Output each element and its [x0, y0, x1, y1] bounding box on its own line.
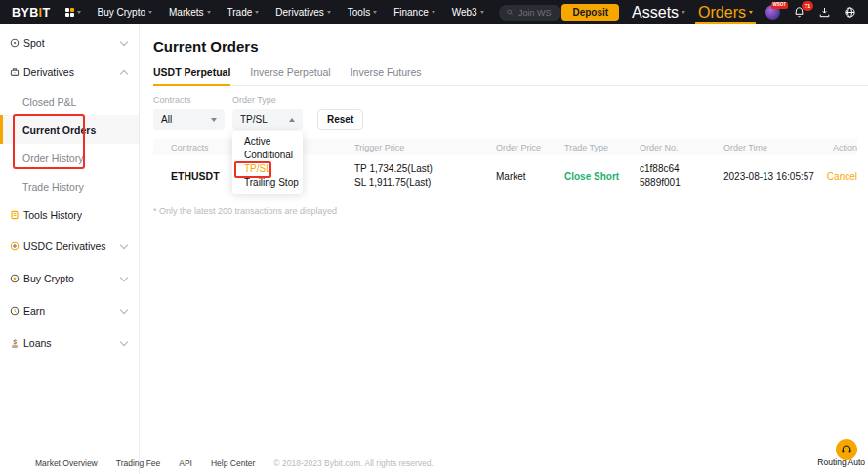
contracts-filter: Contracts All: [153, 95, 225, 130]
nav-item-derivatives[interactable]: Derivatives: [275, 7, 330, 18]
sidebar-item-trade-history[interactable]: Trade History: [0, 172, 139, 200]
search-icon: [507, 8, 513, 17]
bybit-app: BYBIT Buy Crypto Markets Trade Derivativ…: [0, 0, 868, 474]
contracts-select[interactable]: All: [153, 109, 225, 130]
footer-link-api[interactable]: API: [179, 458, 192, 468]
bybit-logo[interactable]: BYBIT: [12, 6, 51, 20]
chevron-down-icon: [120, 240, 128, 248]
chevron-down-icon: [373, 11, 377, 14]
apps-grid-icon[interactable]: [65, 8, 81, 17]
top-navbar: BYBIT Buy Crypto Markets Trade Derivativ…: [0, 0, 868, 24]
sidebar: Spot Derivatives Closed P&L Current Orde…: [0, 24, 140, 474]
download-icon[interactable]: [818, 6, 831, 19]
sidebar-label: USDC Derivatives: [23, 240, 106, 252]
dropdown-option-tpsl[interactable]: TP/SL: [232, 162, 303, 176]
buy-crypto-icon: [10, 274, 20, 283]
dropdown-option-conditional[interactable]: Conditional: [232, 149, 303, 162]
main-content: Current Orders USDT Perpetual Inverse Pe…: [140, 24, 868, 474]
nav-item-orders[interactable]: Orders: [698, 0, 753, 24]
col-header-trade-type: Trade Type: [564, 143, 640, 152]
nav-item-web3[interactable]: Web3: [452, 7, 484, 18]
navbar-right: Deposit Assets Orders WSOT 71: [561, 0, 856, 24]
sidebar-item-buy-crypto[interactable]: Buy Crypto: [0, 262, 139, 294]
col-header-order-price: Order Price: [496, 143, 564, 152]
nav-item-trade[interactable]: Trade: [227, 7, 260, 18]
chevron-down-icon: [327, 11, 331, 14]
search-box[interactable]: [499, 5, 562, 21]
sidebar-label: Spot: [23, 37, 45, 49]
footer-link-market-overview[interactable]: Market Overview: [35, 458, 98, 468]
nav-label: Buy Crypto: [98, 7, 145, 18]
sidebar-item-earn[interactable]: Earn: [0, 294, 139, 326]
wsot-badge: WSOT: [771, 2, 789, 9]
sidebar-item-derivatives[interactable]: Derivatives: [0, 58, 139, 87]
dropdown-option-trailing-stop[interactable]: Trailing Stop: [232, 176, 303, 190]
nav-item-finance[interactable]: Finance: [393, 7, 435, 18]
earn-icon: [10, 306, 20, 316]
dropdown-option-active[interactable]: Active: [232, 135, 303, 149]
sidebar-label: Current Orders: [22, 124, 96, 136]
sidebar-label: Derivatives: [23, 66, 74, 78]
chevron-down-icon: [682, 11, 685, 14]
chevron-down-icon: [120, 305, 128, 313]
notifications-bell-icon[interactable]: 71: [793, 6, 806, 19]
headset-icon: [841, 444, 852, 455]
table-footnote: * Only the latest 200 transactions are d…: [153, 206, 868, 216]
nav-item-buy-crypto[interactable]: Buy Crypto: [98, 7, 152, 18]
chevron-down-icon: [432, 11, 435, 14]
deposit-button[interactable]: Deposit: [561, 4, 619, 21]
logo-text-end: T: [42, 6, 50, 20]
col-header-order-no: Order No.: [640, 143, 723, 152]
sidebar-label: Closed P&L: [22, 96, 76, 108]
sidebar-item-current-orders[interactable]: Current Orders: [0, 115, 139, 144]
cell-trade-type: Close Short: [564, 171, 640, 182]
sidebar-label: Loans: [23, 337, 52, 349]
order-type-filter: Order Type TP/SL Active Conditional TP/S…: [232, 95, 303, 130]
sidebar-label: Order History: [22, 152, 83, 164]
sidebar-item-loans[interactable]: Loans: [0, 326, 139, 359]
chevron-down-icon: [255, 11, 259, 14]
chevron-down-icon: [120, 38, 128, 46]
sidebar-item-spot[interactable]: Spot: [0, 28, 139, 58]
sidebar-label: Tools History: [23, 209, 82, 221]
filter-bar: Contracts All Order Type TP/SL Active Co…: [153, 95, 868, 130]
sidebar-label: Trade History: [22, 181, 84, 193]
nav-label: Finance: [393, 7, 429, 18]
chevron-down-icon: [211, 118, 217, 122]
col-header-action: Action: [825, 143, 857, 152]
chevron-down-icon: [207, 11, 211, 14]
tools-history-icon: [10, 210, 20, 220]
tab-inverse-perpetual[interactable]: Inverse Perpetual: [250, 66, 330, 85]
chevron-up-icon: [289, 118, 295, 122]
notification-count-badge: 71: [802, 1, 813, 11]
chevron-down-icon: [120, 273, 128, 280]
cancel-order-button[interactable]: Cancel: [825, 171, 857, 182]
sidebar-item-closed-pnl[interactable]: Closed P&L: [0, 87, 139, 115]
avatar[interactable]: WSOT: [765, 5, 780, 20]
tab-usdt-perpetual[interactable]: USDT Perpetual: [153, 66, 230, 85]
tab-bar: USDT Perpetual Inverse Perpetual Inverse…: [153, 66, 868, 86]
sidebar-item-usdc-derivatives[interactable]: USDC Derivatives: [0, 230, 139, 262]
sidebar-item-order-history[interactable]: Order History: [0, 144, 139, 172]
nav-item-tools[interactable]: Tools: [348, 7, 377, 18]
search-input[interactable]: [517, 7, 554, 19]
order-type-select[interactable]: TP/SL: [232, 109, 303, 130]
nav-label: Trade: [227, 7, 253, 18]
tab-inverse-futures[interactable]: Inverse Futures: [351, 66, 422, 85]
derivatives-icon: [10, 67, 20, 77]
reset-button[interactable]: Reset: [317, 109, 363, 130]
contracts-filter-label: Contracts: [153, 95, 225, 105]
nav-item-assets[interactable]: Assets: [632, 4, 685, 22]
sidebar-item-tools-history[interactable]: Tools History: [0, 200, 139, 230]
footer-link-help-center[interactable]: Help Center: [211, 458, 255, 468]
support-button[interactable]: [836, 439, 857, 460]
sidebar-label: Earn: [23, 305, 45, 317]
footer-link-trading-fee[interactable]: Trading Fee: [116, 458, 161, 468]
nav-item-markets[interactable]: Markets: [169, 7, 211, 18]
page-footer: Market Overview Trading Fee API Help Cen…: [35, 458, 434, 468]
page-body: Spot Derivatives Closed P&L Current Orde…: [0, 24, 868, 474]
chevron-down-icon: [148, 11, 152, 14]
language-globe-icon[interactable]: [844, 6, 856, 19]
chevron-down-icon: [749, 11, 753, 14]
cell-order-price: Market: [496, 171, 564, 182]
